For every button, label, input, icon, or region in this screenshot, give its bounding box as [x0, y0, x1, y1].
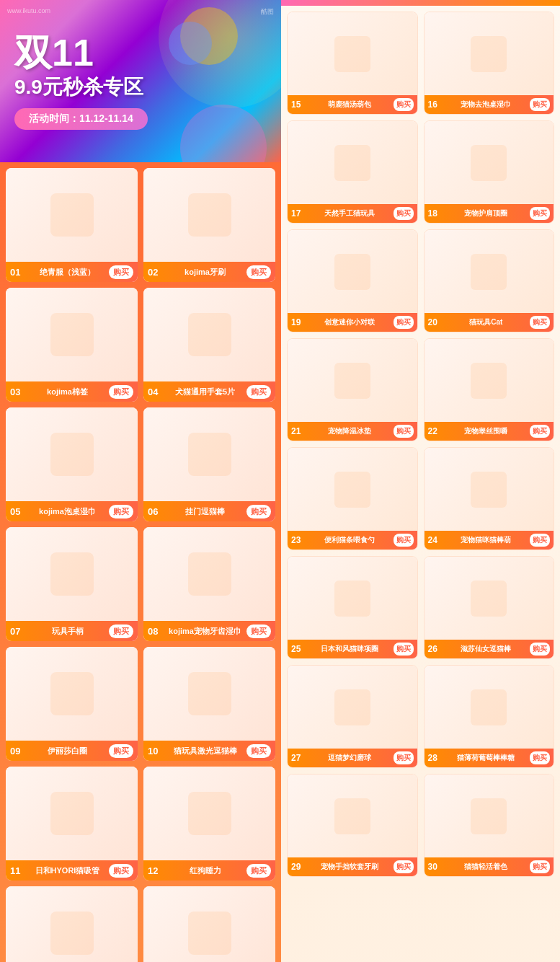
product-footer-11: 11日和HYORI猫吸管购买 — [6, 860, 138, 881]
right-product-footer-18: 18宠物护肩顶圈购买 — [425, 204, 554, 223]
buy-button-07[interactable]: 购买 — [109, 625, 133, 638]
buy-button-09[interactable]: 购买 — [109, 744, 133, 758]
product-image-06 — [143, 407, 275, 501]
product-image-08 — [143, 527, 275, 621]
right-product-image-23 — [288, 448, 417, 531]
right-product-name-25: 日本和风猫咪项圈 — [306, 644, 394, 654]
activity-time: 活动时间：11.12-11.14 — [14, 108, 148, 130]
right-product-card-26: 26滋苏仙女逗猫棒购买 — [424, 556, 555, 659]
product-name-09: 伊丽莎白圈 — [26, 746, 109, 756]
right-buy-button-18[interactable]: 购买 — [530, 207, 550, 220]
right-product-number-19: 19 — [291, 317, 306, 327]
right-product-number-28: 28 — [428, 753, 443, 763]
buy-button-10[interactable]: 购买 — [246, 744, 271, 758]
right-product-number-22: 22 — [428, 426, 443, 436]
product-image-11 — [6, 767, 138, 860]
product-image-10 — [143, 647, 275, 741]
left-product-card-06: 06挂门逗猫棒购买 — [143, 407, 275, 521]
right-product-number-26: 26 — [428, 644, 443, 654]
right-product-name-21: 宠物降温冰垫 — [306, 426, 394, 436]
right-product-footer-27: 27逗猫梦幻磨球购买 — [288, 749, 417, 767]
right-product-name-19: 创意迷你小对联 — [306, 317, 394, 327]
right-product-footer-25: 25日本和风猫咪项圈购买 — [288, 640, 417, 658]
buy-button-01[interactable]: 购买 — [109, 265, 133, 279]
right-product-image-21 — [288, 339, 417, 422]
right-buy-button-26[interactable]: 购买 — [530, 643, 550, 656]
right-product-number-24: 24 — [428, 535, 443, 545]
product-footer-05: 05kojima泡桌湿巾购买 — [6, 501, 138, 521]
right-buy-button-27[interactable]: 购买 — [394, 751, 414, 764]
right-product-card-25: 25日本和风猫咪项圈购买 — [287, 556, 418, 659]
right-product-number-29: 29 — [291, 862, 306, 872]
right-product-name-20: 猫玩具Cat — [443, 317, 530, 327]
product-number-10: 10 — [148, 746, 164, 756]
right-buy-button-20[interactable]: 购买 — [530, 316, 550, 329]
right-product-card-16: 16宠物去泡桌湿巾购买 — [424, 12, 555, 115]
right-product-number-15: 15 — [291, 100, 306, 110]
product-footer-02: 02kojima牙刷购买 — [143, 262, 275, 282]
right-buy-button-23[interactable]: 购买 — [394, 534, 414, 547]
right-product-footer-28: 28猫薄荷葡萄棒棒糖购买 — [425, 749, 554, 767]
right-buy-button-28[interactable]: 购买 — [530, 751, 550, 764]
product-name-11: 日和HYORI猫吸管 — [26, 865, 109, 876]
left-product-card-08: 08kojima宠物牙齿湿巾购买 — [143, 527, 275, 641]
right-product-card-21: 21宠物降温冰垫购买 — [287, 338, 418, 441]
product-image-04 — [143, 288, 275, 381]
left-product-card-09: 09伊丽莎白圈购买 — [6, 647, 138, 761]
right-buy-button-19[interactable]: 购买 — [394, 316, 414, 329]
buy-button-02[interactable]: 购买 — [246, 265, 271, 279]
product-name-01: 绝青服（浅蓝） — [26, 267, 109, 278]
buy-button-04[interactable]: 购买 — [246, 385, 271, 399]
buy-button-11[interactable]: 购买 — [109, 864, 133, 878]
product-name-12: 红狗睡力 — [164, 865, 246, 876]
buy-button-03[interactable]: 购买 — [109, 385, 133, 399]
right-product-image-19 — [288, 230, 417, 313]
product-number-04: 04 — [148, 387, 164, 397]
right-buy-button-17[interactable]: 购买 — [394, 207, 414, 220]
right-product-footer-15: 15萌鹿猫汤葫包购买 — [288, 95, 417, 114]
buy-button-08[interactable]: 购买 — [246, 625, 271, 638]
product-number-12: 12 — [148, 865, 164, 876]
right-product-footer-19: 19创意迷你小对联购买 — [288, 313, 417, 332]
right-product-name-16: 宠物去泡桌湿巾 — [443, 100, 530, 110]
right-buy-button-30[interactable]: 购买 — [530, 860, 550, 873]
right-product-footer-24: 24宠物猫咪猫棒葫购买 — [425, 531, 554, 550]
right-product-footer-22: 22宠物睾丝围嚼购买 — [425, 422, 554, 441]
right-buy-button-16[interactable]: 购买 — [530, 98, 550, 111]
product-footer-01: 01绝青服（浅蓝）购买 — [6, 262, 138, 282]
product-number-03: 03 — [10, 387, 26, 397]
buy-button-12[interactable]: 购买 — [246, 864, 271, 878]
right-buy-button-29[interactable]: 购买 — [394, 860, 414, 873]
right-product-footer-30: 30猫猫轻活着色购买 — [425, 857, 554, 876]
right-product-card-22: 22宠物睾丝围嚼购买 — [424, 338, 555, 441]
right-buy-button-25[interactable]: 购买 — [394, 643, 414, 656]
product-footer-08: 08kojima宠物牙齿湿巾购买 — [143, 621, 275, 641]
right-product-footer-16: 16宠物去泡桌湿巾购买 — [425, 95, 554, 114]
right-product-image-27 — [288, 666, 417, 749]
product-footer-12: 12红狗睡力购买 — [143, 860, 275, 881]
product-image-07 — [6, 527, 138, 621]
right-product-card-28: 28猫薄荷葡萄棒棒糖购买 — [424, 665, 555, 768]
product-number-01: 01 — [10, 267, 26, 278]
right-buy-button-24[interactable]: 购买 — [530, 534, 550, 547]
buy-button-05[interactable]: 购买 — [109, 505, 133, 518]
product-footer-10: 10猫玩具激光逗猫棒购买 — [143, 741, 275, 761]
right-product-number-25: 25 — [291, 644, 306, 654]
right-buy-button-15[interactable]: 购买 — [394, 98, 414, 111]
right-product-name-23: 便利猫条喂食勺 — [306, 535, 394, 545]
right-product-number-30: 30 — [428, 862, 443, 872]
right-product-image-17 — [288, 121, 417, 204]
product-number-07: 07 — [10, 626, 26, 637]
buy-button-06[interactable]: 购买 — [246, 505, 271, 518]
right-buy-button-21[interactable]: 购买 — [394, 425, 414, 438]
right-product-name-29: 宠物手拙软套牙刷 — [306, 862, 394, 872]
product-number-05: 05 — [10, 506, 26, 517]
right-product-footer-21: 21宠物降温冰垫购买 — [288, 422, 417, 441]
right-buy-button-22[interactable]: 购买 — [530, 425, 550, 438]
right-product-image-28 — [425, 666, 554, 749]
product-image-09 — [6, 647, 138, 741]
product-footer-04: 04犬猫通用手套5片购买 — [143, 381, 275, 402]
left-product-card-12: 12红狗睡力购买 — [143, 767, 275, 881]
product-image-12 — [143, 767, 275, 860]
product-name-10: 猫玩具激光逗猫棒 — [164, 746, 246, 756]
